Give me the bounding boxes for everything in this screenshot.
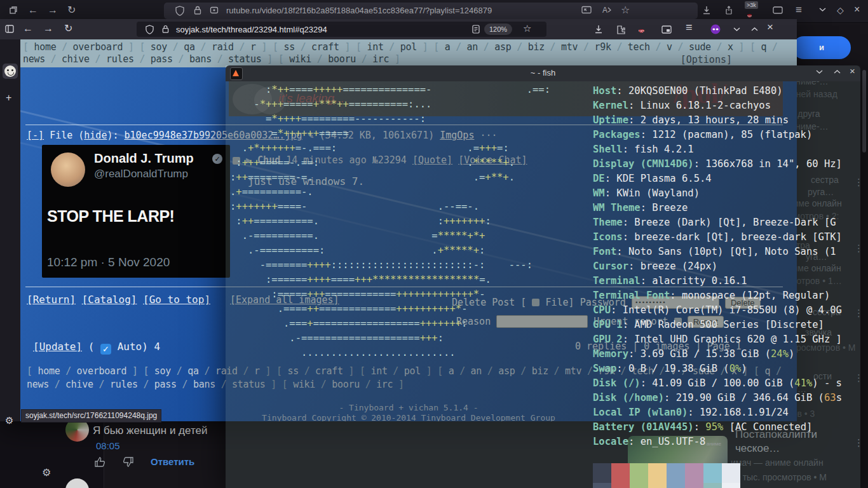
- extension-mask-icon[interactable]: [710, 24, 721, 34]
- fastfetch-line: Local IP (wlan0): 192.168.1.91/24: [593, 405, 859, 420]
- tab-soyjak[interactable]: [3, 64, 18, 79]
- new-tab-icon[interactable]: +: [6, 93, 11, 102]
- window-list-icon[interactable]: [773, 6, 783, 14]
- update-link[interactable]: [Update]: [33, 341, 82, 353]
- fastfetch-line: Memory: 3.69 GiB / 15.38 GiB (24%): [593, 347, 859, 362]
- terminal-body[interactable]: :*++====+++++==============- .==: -*+++=…: [226, 81, 860, 488]
- bg-close-icon[interactable]: ×: [854, 4, 860, 15]
- ublock-shield-icon[interactable]: UO: [639, 24, 644, 36]
- ff-close-icon[interactable]: ×: [767, 22, 773, 32]
- palette-swatch: [593, 463, 611, 483]
- fastfetch-line: DE: KDE Plasma 6.5.4: [593, 172, 859, 186]
- firefox-vertical-tabs: + ⚙: [0, 39, 20, 421]
- back-icon[interactable]: ←: [23, 24, 33, 33]
- rutube-settings-gear-icon[interactable]: ⚙: [42, 468, 51, 478]
- reload-icon[interactable]: ↻: [67, 5, 76, 15]
- fastfetch-line: Packages: 1212 (pacman), 85 (flatpak): [593, 128, 859, 142]
- share-icon[interactable]: [724, 6, 733, 15]
- tracking-shield-icon[interactable]: [175, 6, 184, 16]
- palette-swatch: [630, 463, 648, 483]
- comment-text: Я бью женщин и детей: [93, 424, 207, 437]
- comment-reply-button[interactable]: Ответить: [151, 456, 194, 467]
- ff-maximize-icon[interactable]: [750, 26, 759, 32]
- palette-swatch: [611, 463, 630, 483]
- fastfetch-line: Icons: breeze-dark [Qt], breeze-dark [GT…: [593, 230, 859, 245]
- menu-icon[interactable]: ≡: [686, 23, 693, 32]
- forward-icon[interactable]: →: [43, 24, 53, 33]
- fastfetch-line: Uptime: 2 days, 13 hours, 28 mins: [593, 113, 859, 128]
- desktop: ← → ↻ rutube.ru/video/18f2f16b2a85f188a0…: [0, 0, 868, 488]
- tweet-avatar: [51, 152, 85, 187]
- bookmark-star-icon[interactable]: ☆: [621, 5, 630, 15]
- thumbs-up-icon[interactable]: [93, 455, 107, 469]
- board-nav-bar: [ home / overboard ] [ soy / qa / raid /…: [20, 39, 797, 67]
- palette-swatch: [667, 463, 685, 483]
- ublock-badge: >3k: [745, 1, 758, 9]
- ff-minimize-icon[interactable]: [733, 26, 741, 32]
- terminal-window: ~ - fish × :*++====+++++==============- …: [226, 65, 860, 488]
- fastfetch-line: Disk (/home): 219.90 GiB / 346.64 GiB (6…: [593, 391, 859, 405]
- post-image-tweet[interactable]: Donald J. Trump ✓ @realDonaldTrump STOP …: [42, 145, 230, 278]
- menu-icon[interactable]: ≡: [796, 5, 802, 15]
- fastfetch-line: GPU 2: Intel UHD Graphics 620 @ 1.15 GHz…: [593, 332, 859, 347]
- pip-icon[interactable]: [581, 6, 592, 14]
- forward-icon[interactable]: →: [48, 5, 58, 15]
- scrollbar[interactable]: [862, 70, 866, 152]
- extensions-puzzle-icon[interactable]: [616, 25, 625, 34]
- downloads-icon[interactable]: [702, 6, 711, 15]
- terminal-titlebar[interactable]: ~ - fish ×: [226, 65, 860, 81]
- settings-gear-icon[interactable]: ⚙: [5, 416, 13, 425]
- palette-swatch: [685, 483, 703, 488]
- url-bar[interactable]: soyjak.st/tech/thread/23294.html#q23294 …: [137, 22, 546, 37]
- hide-link[interactable]: hide: [84, 130, 107, 141]
- status-tooltip: soyjak.st/tech/src/1766211094248q.jpg: [21, 409, 161, 423]
- palette-swatch: [722, 483, 740, 488]
- tracking-shield-icon[interactable]: [146, 25, 154, 34]
- pip-window-icon[interactable]: [661, 25, 672, 34]
- background-url-text[interactable]: rutube.ru/video/18f2f16b2a85f188a04ae51c…: [226, 6, 492, 15]
- return-link[interactable]: [Return]: [27, 294, 76, 306]
- board-nav-row2[interactable]: news / chive / rules / pass / bans / sta…: [23, 53, 400, 65]
- bookmark-star-icon[interactable]: ☆: [523, 24, 531, 33]
- tweet-time: 10:12 pm · 5 Nov 2020: [47, 255, 170, 269]
- fastfetch-line: Terminal: alacritty 0.16.1: [593, 274, 859, 288]
- rutube-login-button[interactable]: и регистрация: [792, 36, 851, 59]
- thumbs-down-icon[interactable]: [121, 455, 135, 469]
- palette-swatch: [703, 463, 722, 483]
- back-icon[interactable]: ←: [28, 5, 38, 15]
- go-to-top-link[interactable]: [Go to top]: [143, 294, 210, 306]
- bg-maximize-icon[interactable]: ◇: [837, 5, 844, 15]
- palette-swatch: [593, 483, 611, 488]
- sidebar-toggle-icon[interactable]: [5, 25, 14, 33]
- zoom-level[interactable]: 120%: [484, 24, 512, 35]
- fastfetch-line: Disk (/): 41.09 GiB / 100.00 GiB (41%) -…: [593, 376, 859, 391]
- collapse-link[interactable]: [-]: [27, 130, 44, 141]
- palette-swatch: [722, 463, 740, 483]
- lock-icon: [194, 6, 201, 15]
- translate-icon[interactable]: A: [602, 5, 612, 15]
- fastfetch-line: Swap: 0 B / 19.38 GiB (0%): [593, 362, 859, 376]
- window-restore-icon[interactable]: [9, 6, 18, 15]
- board-nav-row1[interactable]: [ home / overboard ] [ soy / qa / raid /…: [23, 41, 778, 53]
- fastfetch-line: Theme: Breeze (Dark) [Qt], Breeze-Dark […: [593, 215, 859, 230]
- fastfetch-line: Kernel: Linux 6.18.1-2-cachyos: [593, 98, 859, 113]
- page-actions-icon[interactable]: [210, 6, 219, 15]
- downloads-icon[interactable]: [594, 25, 603, 34]
- url-text[interactable]: soyjak.st/tech/thread/23294.html#q23294: [176, 25, 327, 34]
- reload-icon[interactable]: ↻: [64, 24, 72, 33]
- term-close-icon[interactable]: ×: [850, 67, 855, 76]
- update-count: 4: [154, 341, 160, 353]
- fastfetch-line: Cursor: breeze (24px): [593, 259, 859, 274]
- palette-swatch: [703, 483, 722, 488]
- catalog-link[interactable]: [Catalog]: [82, 294, 137, 306]
- fastfetch-line: GPU 1: AMD Radeon 500 Series [Discrete]: [593, 318, 859, 332]
- comment-time[interactable]: 08:05: [96, 440, 120, 451]
- fastfetch-line: Font: Noto Sans (10pt) [Qt], Noto Sans (…: [593, 245, 859, 259]
- term-maximize-icon[interactable]: [833, 69, 841, 75]
- bg-minimize-icon[interactable]: [818, 6, 827, 13]
- term-minimize-icon[interactable]: [815, 69, 824, 75]
- options-link[interactable]: [Options]: [681, 54, 732, 65]
- auto-update-checkbox[interactable]: ✓: [100, 344, 111, 355]
- reader-mode-icon[interactable]: [472, 25, 480, 34]
- fastfetch-line: Display (CMN14D6): 868x488 in 14", 60 H…: [593, 157, 859, 172]
